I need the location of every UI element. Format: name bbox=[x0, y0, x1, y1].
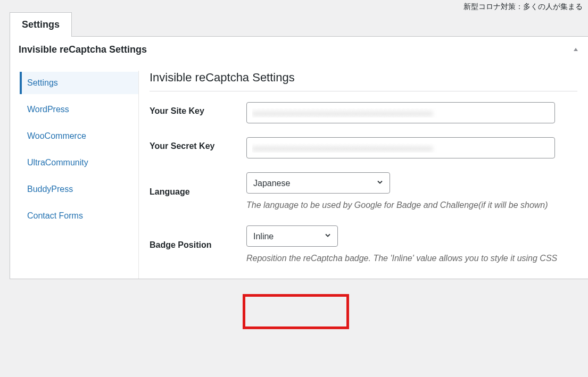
main-content: Invisible reCaptcha Settings Your Site K… bbox=[139, 71, 579, 279]
panel-header: Invisible reCaptcha Settings bbox=[10, 37, 588, 61]
badge-position-select[interactable]: Inline bbox=[246, 225, 338, 247]
sidebar-item-settings[interactable]: Settings bbox=[20, 72, 138, 94]
language-label: Language bbox=[150, 187, 246, 197]
tab-strip: Settings bbox=[10, 10, 588, 36]
site-key-label: Your Site Key bbox=[150, 102, 246, 116]
tab-settings[interactable]: Settings bbox=[10, 12, 72, 37]
sidebar-item-wordpress[interactable]: WordPress bbox=[20, 98, 138, 121]
collapse-toggle[interactable] bbox=[573, 46, 578, 54]
sidebar-item-buddypress[interactable]: BuddyPress bbox=[20, 178, 138, 200]
annotation-highlight bbox=[243, 294, 349, 329]
sidebar-item-ultracommunity[interactable]: UltraCommunity bbox=[20, 152, 138, 174]
triangle-up-icon bbox=[573, 47, 578, 52]
badge-position-label: Badge Position bbox=[150, 240, 246, 250]
panel-title: Invisible reCaptcha Settings bbox=[19, 44, 147, 55]
main-title: Invisible reCaptcha Settings bbox=[150, 71, 577, 91]
language-help: The language to be used by Google for Ba… bbox=[246, 199, 560, 212]
language-select[interactable]: Japanese bbox=[246, 172, 390, 194]
badge-position-help: Reposition the reCaptcha badge. The 'Inl… bbox=[246, 252, 560, 265]
settings-panel: Invisible reCaptcha Settings Settings Wo… bbox=[10, 36, 588, 279]
sidebar-nav: Settings WordPress WooCommerce UltraComm… bbox=[20, 71, 139, 279]
sidebar-item-woocommerce[interactable]: WooCommerce bbox=[20, 125, 138, 147]
site-key-input[interactable] bbox=[246, 102, 555, 123]
secret-key-label: Your Secret Key bbox=[150, 137, 246, 151]
secret-key-input[interactable] bbox=[246, 137, 555, 158]
sidebar-item-contact-forms[interactable]: Contact Forms bbox=[20, 205, 138, 227]
svg-marker-0 bbox=[574, 48, 578, 51]
